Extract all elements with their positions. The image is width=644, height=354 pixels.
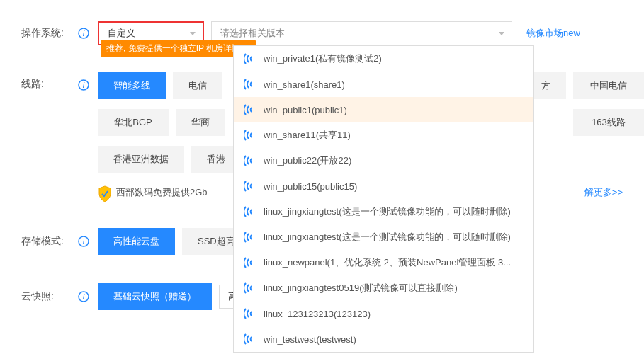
os-version-placeholder: 请选择相关版本 <box>220 27 285 40</box>
os-label: 操作系统: <box>21 27 78 40</box>
shield-icon <box>98 185 112 200</box>
chevron-down-icon <box>190 32 196 35</box>
os-icon <box>244 52 256 65</box>
dropdown-item[interactable]: win_private1(私有镜像测试2) <box>234 46 533 72</box>
dropdown-item[interactable]: linux_jingxiangtest(这是一个测试镜像功能的，可以随时删除) <box>234 199 533 224</box>
os-icon <box>244 231 256 244</box>
learn-more-link[interactable]: 解更多>> <box>584 186 623 199</box>
line-btn[interactable]: 华商 <box>176 109 225 136</box>
os-icon <box>244 78 256 91</box>
dropdown-item[interactable]: win_share11(共享11) <box>234 122 533 148</box>
dropdown-item-label: win_share1(share1) <box>264 79 345 90</box>
image-market-link[interactable]: 镜像市场new <box>526 27 580 40</box>
os-icon <box>244 282 256 295</box>
info-icon: i <box>78 291 89 302</box>
line-btn[interactable]: 163线路 <box>573 109 644 136</box>
info-icon: i <box>78 28 89 39</box>
dropdown-item-label: win_public22(开放22) <box>264 154 351 167</box>
dropdown-item[interactable]: linux_jingxiangtest0519(测试镜像可以直接删除) <box>234 275 533 301</box>
os-icon <box>244 154 256 167</box>
os-select-value: 自定义 <box>108 27 135 40</box>
svg-text:i: i <box>83 237 85 246</box>
dropdown-item-label: linux_newpanel(1、优化系统 2、预装NewPanel管理面板 3… <box>264 256 511 269</box>
info-icon: i <box>78 79 89 91</box>
dropdown-item[interactable]: linux_jingxiangtest(这是一个测试镜像功能的，可以随时删除) <box>234 224 533 250</box>
os-version-select[interactable]: 请选择相关版本 <box>211 21 512 45</box>
dropdown-item[interactable]: win_public22(开放22) <box>234 148 533 173</box>
line-btn-smart[interactable]: 智能多线 <box>98 72 166 99</box>
os-icon <box>244 103 256 116</box>
dropdown-item-label: win_private1(私有镜像测试2) <box>264 52 382 65</box>
svg-text:i: i <box>83 292 85 301</box>
chevron-down-icon <box>499 32 504 35</box>
storage-btn-high-perf[interactable]: 高性能云盘 <box>98 228 175 255</box>
dropdown-item-label: win_share11(共享11) <box>264 129 351 142</box>
dropdown-item-label: linux_jingxiangtest0519(测试镜像可以直接删除) <box>264 282 458 295</box>
os-icon <box>244 307 256 317</box>
line-btn[interactable]: 香港亚洲数据 <box>98 146 184 173</box>
info-icon: i <box>78 236 89 247</box>
shield-text: 西部数码免费提供2Gb <box>116 186 208 199</box>
dropdown-item[interactable]: win_public15(public15) <box>234 173 533 199</box>
svg-text:i: i <box>83 29 85 38</box>
dropdown-item-label: linux_jingxiangtest(这是一个测试镜像功能的，可以随时删除) <box>264 205 511 218</box>
dropdown-item[interactable]: win_share1(share1) <box>234 72 533 97</box>
dropdown-item[interactable]: linux_newpanel(1、优化系统 2、预装NewPanel管理面板 3… <box>234 250 533 275</box>
snapshot-btn-basic[interactable]: 基础云快照（赠送） <box>98 283 212 310</box>
dropdown-item-label: linux_jingxiangtest(这是一个测试镜像功能的，可以随时删除) <box>264 231 511 244</box>
line-btn[interactable]: 华北BGP <box>98 109 169 136</box>
dropdown-item-label: linux_123123213(123123) <box>264 309 371 318</box>
os-icon <box>244 205 256 218</box>
os-icon <box>244 129 256 142</box>
dropdown-item[interactable]: win_public1(public1) <box>234 97 533 122</box>
snapshot-label: 云快照: <box>21 290 78 303</box>
dropdown-item[interactable]: linux_123123213(123123) <box>234 301 533 317</box>
version-dropdown-list: win_private1(私有镜像测试2)win_share1(share1)w… <box>233 45 534 317</box>
os-icon <box>244 180 256 193</box>
line-label: 线路: <box>21 72 78 91</box>
os-icon <box>244 256 256 269</box>
storage-label: 存储模式: <box>21 235 78 248</box>
line-btn[interactable]: 电信 <box>173 72 222 99</box>
svg-text:i: i <box>83 81 85 89</box>
dropdown-item-label: win_public15(public15) <box>264 181 357 192</box>
line-btn[interactable]: 中国电信 <box>573 72 644 99</box>
dropdown-item-label: win_public1(public1) <box>264 105 347 115</box>
